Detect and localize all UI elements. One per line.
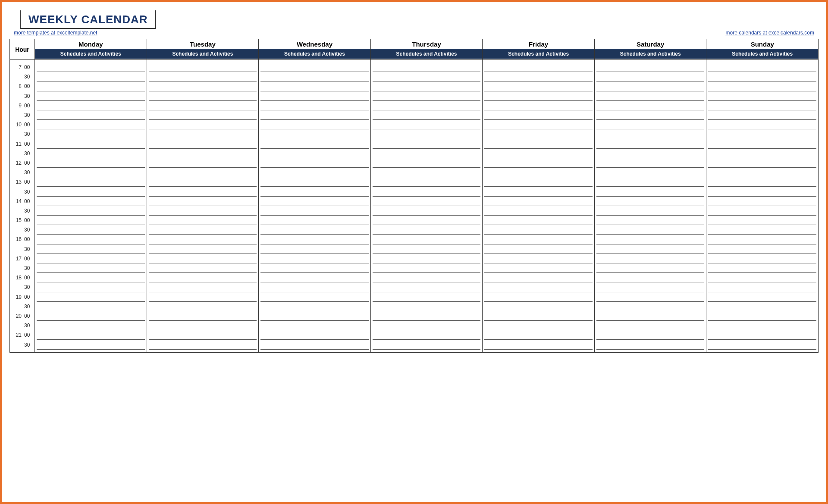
schedule-slot[interactable] [596,282,705,292]
schedule-slot[interactable] [149,63,257,72]
schedule-slot[interactable] [37,149,145,158]
schedule-slot[interactable] [373,302,481,311]
schedule-slot[interactable] [373,321,481,330]
schedule-slot[interactable] [484,177,593,187]
schedule-slot[interactable] [373,120,481,129]
schedule-slot[interactable] [373,91,481,101]
schedule-slot[interactable] [596,273,705,282]
schedule-slot[interactable] [708,206,816,216]
schedule-slot[interactable] [260,235,369,244]
schedule-slot[interactable] [149,197,257,206]
schedule-slot[interactable] [373,216,481,225]
schedule-slot[interactable] [37,254,145,263]
schedule-slot[interactable] [596,235,705,244]
schedule-slot[interactable] [37,340,145,349]
schedule-slot[interactable] [596,129,705,139]
schedule-slot[interactable] [260,292,369,302]
schedule-slot[interactable] [708,149,816,158]
schedule-slot[interactable] [373,187,481,196]
schedule-slot[interactable] [149,225,257,235]
schedule-slot[interactable] [149,321,257,330]
schedule-slot[interactable] [149,273,257,282]
schedule-slot[interactable] [596,302,705,311]
schedule-slot[interactable] [708,263,816,273]
schedule-slot[interactable] [37,206,145,216]
schedule-slot[interactable] [37,225,145,235]
schedule-slot[interactable] [260,197,369,206]
schedule-slot[interactable] [596,263,705,273]
schedule-slot[interactable] [260,311,369,321]
schedule-slot[interactable] [149,340,257,349]
schedule-slot[interactable] [484,235,593,244]
schedule-slot[interactable] [260,216,369,225]
schedule-slot[interactable] [149,263,257,273]
schedule-slot[interactable] [596,244,705,254]
schedule-slot[interactable] [484,263,593,273]
schedule-slot[interactable] [149,216,257,225]
schedule-slot[interactable] [484,81,593,91]
schedule-slot[interactable] [484,273,593,282]
schedule-slot[interactable] [149,120,257,129]
schedule-slot[interactable] [484,187,593,196]
schedule-slot[interactable] [373,206,481,216]
schedule-slot[interactable] [37,244,145,254]
schedule-slot[interactable] [484,91,593,101]
schedule-slot[interactable] [37,139,145,149]
schedule-slot[interactable] [373,101,481,110]
schedule-slot[interactable] [373,81,481,91]
schedule-slot[interactable] [37,197,145,206]
schedule-slot[interactable] [484,197,593,206]
schedule-slot[interactable] [708,63,816,72]
schedule-slot[interactable] [260,149,369,158]
schedule-slot[interactable] [37,158,145,168]
schedule-slot[interactable] [708,81,816,91]
schedule-slot[interactable] [260,321,369,330]
schedule-slot[interactable] [149,177,257,187]
calendars-link[interactable]: more calendars at excelcalendars.com [726,30,814,36]
schedule-slot[interactable] [260,158,369,168]
schedule-slot[interactable] [37,81,145,91]
schedule-slot[interactable] [37,292,145,302]
schedule-slot[interactable] [484,72,593,81]
schedule-slot[interactable] [260,110,369,120]
schedule-slot[interactable] [373,139,481,149]
schedule-slot[interactable] [149,292,257,302]
schedule-slot[interactable] [37,91,145,101]
schedule-slot[interactable] [484,110,593,120]
schedule-slot[interactable] [708,187,816,196]
schedule-slot[interactable] [484,101,593,110]
schedule-slot[interactable] [596,101,705,110]
schedule-slot[interactable] [37,282,145,292]
schedule-slot[interactable] [708,311,816,321]
schedule-slot[interactable] [373,292,481,302]
schedule-slot[interactable] [708,292,816,302]
schedule-slot[interactable] [708,330,816,340]
schedule-slot[interactable] [484,330,593,340]
schedule-slot[interactable] [484,149,593,158]
schedule-slot[interactable] [260,177,369,187]
schedule-slot[interactable] [260,91,369,101]
schedule-slot[interactable] [373,177,481,187]
schedule-slot[interactable] [596,206,705,216]
schedule-slot[interactable] [596,72,705,81]
schedule-slot[interactable] [596,292,705,302]
schedule-slot[interactable] [260,72,369,81]
schedule-slot[interactable] [260,330,369,340]
schedule-slot[interactable] [260,302,369,311]
schedule-slot[interactable] [149,206,257,216]
schedule-slot[interactable] [596,110,705,120]
schedule-slot[interactable] [149,311,257,321]
schedule-slot[interactable] [260,244,369,254]
schedule-slot[interactable] [708,340,816,349]
schedule-slot[interactable] [596,216,705,225]
schedule-slot[interactable] [373,244,481,254]
schedule-slot[interactable] [149,187,257,196]
schedule-slot[interactable] [37,110,145,120]
schedule-slot[interactable] [149,91,257,101]
schedule-slot[interactable] [149,302,257,311]
schedule-slot[interactable] [260,187,369,196]
schedule-slot[interactable] [484,311,593,321]
schedule-slot[interactable] [596,120,705,129]
schedule-slot[interactable] [260,254,369,263]
schedule-slot[interactable] [596,330,705,340]
